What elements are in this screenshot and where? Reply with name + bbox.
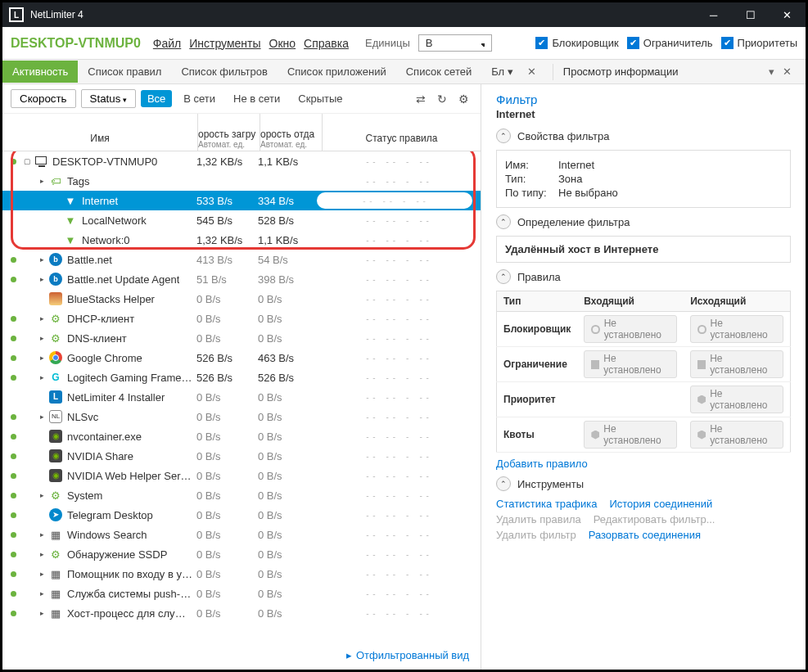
section-filter-def[interactable]: ⌃Определение фильтра (496, 214, 791, 229)
rule-blocker-in[interactable]: Не установлено (584, 315, 677, 343)
row-status: - -- --- - (315, 236, 481, 245)
tree-row[interactable]: LNetLimiter 4 Installer0 B/s0 B/s- -- --… (2, 387, 481, 407)
tab-rules[interactable]: Список правил (78, 61, 171, 83)
tree-row[interactable]: ▸▦Служба системы push-увед0 B/s0 B/s- --… (2, 584, 481, 603)
row-upload: 0 B/s (254, 450, 315, 462)
tree-row[interactable]: ▸NLNLSvc0 B/s0 B/s- -- --- - (2, 407, 481, 426)
close-tab-icon[interactable]: ✕ (523, 65, 540, 78)
row-download: 413 B/s (192, 254, 254, 266)
info-collapse-icon[interactable]: ▾ (765, 65, 779, 78)
section-tools[interactable]: ⌃Инструменты (496, 476, 791, 491)
col-status[interactable]: Статус правила (323, 133, 481, 151)
titlebar: L NetLimiter 4 ─ ☐ ✕ (2, 2, 806, 27)
close-button[interactable]: ✕ (769, 2, 806, 27)
tree-row[interactable]: ▸bBattle.net Update Agent51 B/s398 B/s- … (2, 269, 481, 289)
speed-button[interactable]: Скорость (11, 89, 76, 108)
expand-icon[interactable]: ▸ (38, 334, 46, 342)
tree-row[interactable]: ▸⚙System0 B/s0 B/s- -- --- - (2, 485, 481, 505)
toggle-blocker[interactable]: ✔Блокировщик (535, 37, 618, 49)
filtered-view-link[interactable]: ▸ Отфильтрованный вид (346, 649, 469, 661)
expand-icon[interactable]: ▸ (38, 314, 46, 322)
tree-row[interactable]: ▸▦Хост-процесс для служб W0 B/s0 B/s- --… (2, 603, 481, 623)
tab-activity[interactable]: Активность (2, 61, 78, 83)
tree-row[interactable]: BlueStacks Helper0 B/s0 B/s- -- --- - (2, 289, 481, 309)
rule-quota-in[interactable]: Не установлено (584, 421, 677, 449)
tab-apps[interactable]: Список приложений (278, 61, 396, 83)
tool-history[interactable]: История соединений (609, 498, 712, 510)
tree-row[interactable]: ▸⚙DNS-клиент0 B/s0 B/s- -- --- - (2, 328, 481, 348)
expand-icon[interactable]: ▸ (38, 570, 46, 578)
tree-row[interactable]: ▸⚙DHCP-клиент0 B/s0 B/s- -- --- - (2, 309, 481, 328)
expand-icon[interactable]: ▸ (38, 550, 46, 558)
expand-icon[interactable]: ▸ (38, 609, 46, 617)
tab-nets[interactable]: Список сетей (396, 61, 481, 83)
expand-icon[interactable]: ▸ (38, 373, 46, 381)
tree-row[interactable]: ◉NVIDIA Share0 B/s0 B/s- -- --- - (2, 446, 481, 466)
minimize-button[interactable]: ─ (695, 2, 732, 27)
expand-icon[interactable]: ▢ (23, 157, 31, 165)
app-icon: b (49, 253, 62, 266)
menu-file[interactable]: Файл (153, 37, 181, 50)
settings-icon[interactable]: ⚙ (455, 92, 472, 106)
expand-icon[interactable]: ▸ (38, 255, 46, 264)
app-icon: 🏷 (49, 174, 62, 187)
app-icon: ◉ (49, 469, 62, 482)
add-rule-link[interactable]: Добавить правило (496, 458, 791, 470)
tree-row[interactable]: ▢DESKTOP-VTNMUP01,32 KB/s1,1 KB/s- -- --… (2, 151, 481, 171)
expand-icon[interactable]: ▸ (38, 491, 46, 499)
tab-more[interactable]: Бл ▾ (481, 61, 523, 83)
filter-offline[interactable]: Не в сети (227, 90, 287, 107)
tab-filters[interactable]: Список фильтров (171, 61, 278, 83)
filter-hidden[interactable]: Скрытые (291, 90, 349, 107)
tree-row[interactable]: ▸▦Windows Search0 B/s0 B/s- -- --- - (2, 525, 481, 544)
tree-row[interactable]: ◉NVIDIA Web Helper Service0 B/s0 B/s- --… (2, 466, 481, 485)
status-dot-icon (11, 591, 16, 597)
rule-quota-out[interactable]: Не установлено (690, 421, 783, 449)
rule-limit-out[interactable]: Не установлено (690, 350, 783, 378)
expand-icon[interactable]: ▸ (38, 589, 46, 598)
row-status: - -- --- - (315, 275, 481, 284)
filter-bar: Скорость Status Все В сети Не в сети Скр… (2, 84, 481, 114)
menu-tools[interactable]: Инструменты (189, 37, 260, 50)
units-select[interactable]: B (418, 34, 492, 52)
tree-row[interactable]: ◉nvcontainer.exe0 B/s0 B/s- -- --- - (2, 426, 481, 446)
col-download[interactable]: орость загруАвтомат. ед. (198, 129, 260, 151)
tree-row[interactable]: ▼LocalNetwork545 B/s528 B/s- -- --- - (2, 210, 481, 230)
rule-blocker-out[interactable]: Не установлено (690, 315, 783, 343)
expand-icon[interactable]: ▸ (38, 177, 46, 185)
section-rules[interactable]: ⌃Правила (496, 269, 791, 284)
expand-icon[interactable]: ▸ (38, 413, 46, 421)
swap-icon[interactable]: ⇄ (413, 92, 429, 106)
tree-row[interactable]: ▸🏷Tags- -- --- - (2, 171, 481, 191)
tree-row[interactable]: ▸bBattle.net413 B/s54 B/s- -- --- - (2, 250, 481, 269)
tree-row[interactable]: ▸GLogitech Gaming Framewor526 B/s526 B/s… (2, 368, 481, 387)
process-tree[interactable]: ▢DESKTOP-VTNMUP01,32 KB/s1,1 KB/s- -- --… (2, 151, 481, 670)
rule-prio-out[interactable]: Не установлено (690, 386, 783, 413)
col-name[interactable]: Имя (2, 133, 197, 151)
filter-online[interactable]: В сети (177, 90, 222, 107)
filter-all[interactable]: Все (141, 90, 172, 107)
info-close-icon[interactable]: ✕ (779, 65, 796, 78)
menu-help[interactable]: Справка (304, 37, 349, 50)
status-dropdown[interactable]: Status (81, 89, 136, 108)
tree-row[interactable]: ▼Internet533 B/s334 B/s- -- --- - (2, 191, 481, 210)
section-filter-props[interactable]: ⌃Свойства фильтра (496, 129, 791, 143)
tree-row[interactable]: ➤Telegram Desktop0 B/s0 B/s- -- --- - (2, 505, 481, 525)
expand-icon[interactable]: ▸ (38, 530, 46, 539)
maximize-button[interactable]: ☐ (732, 2, 769, 27)
row-status: - -- --- - (315, 295, 481, 304)
toggle-limiter[interactable]: ✔Ограничитель (627, 37, 713, 49)
toggle-priority[interactable]: ✔Приоритеты (721, 37, 797, 49)
expand-icon[interactable]: ▸ (38, 354, 46, 362)
tool-stats[interactable]: Статистика трафика (496, 498, 597, 510)
refresh-icon[interactable]: ↻ (434, 92, 450, 106)
tree-row[interactable]: ▼Network:01,32 KB/s1,1 KB/s- -- --- - (2, 230, 481, 250)
tree-row[interactable]: ▸▦Помощник по входу в уче0 B/s0 B/s- -- … (2, 564, 481, 584)
tree-row[interactable]: ▸⚙Обнаружение SSDP0 B/s0 B/s- -- --- - (2, 544, 481, 564)
rule-limit-in[interactable]: Не установлено (584, 350, 677, 378)
expand-icon[interactable]: ▸ (38, 275, 46, 283)
tool-disconnect[interactable]: Разорвать соединения (589, 529, 701, 541)
menu-window[interactable]: Окно (269, 37, 296, 50)
col-upload[interactable]: орость отдаАвтомат. ед. (260, 129, 322, 151)
tree-row[interactable]: ▸Google Chrome526 B/s463 B/s- -- --- - (2, 348, 481, 368)
